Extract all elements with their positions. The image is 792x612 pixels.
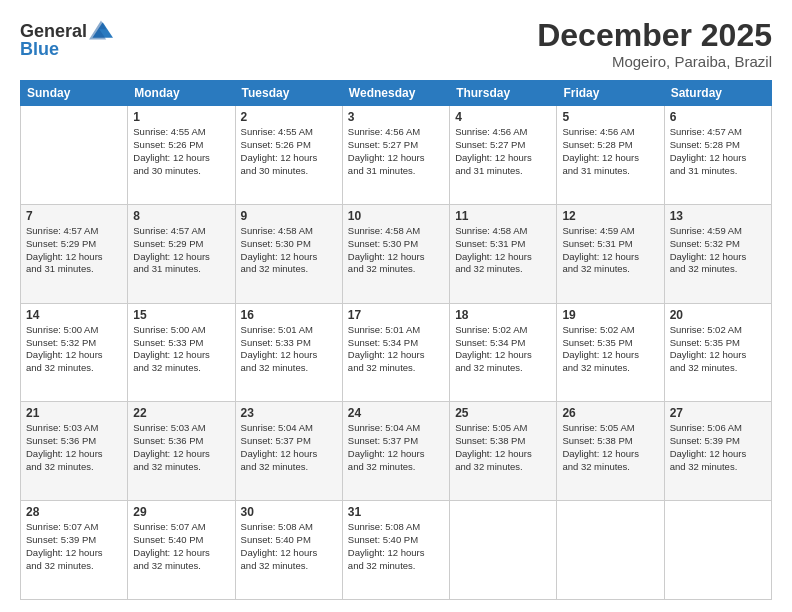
day-cell <box>450 501 557 600</box>
col-monday: Monday <box>128 81 235 106</box>
day-cell: 19Sunrise: 5:02 AMSunset: 5:35 PMDayligh… <box>557 303 664 402</box>
week-row-5: 28Sunrise: 5:07 AMSunset: 5:39 PMDayligh… <box>21 501 772 600</box>
day-number: 11 <box>455 209 551 223</box>
page: General Blue December 2025 Mogeiro, Para… <box>0 0 792 612</box>
day-info: Sunrise: 5:08 AMSunset: 5:40 PMDaylight:… <box>241 521 337 572</box>
day-info: Sunrise: 4:57 AMSunset: 5:28 PMDaylight:… <box>670 126 766 177</box>
calendar-table: Sunday Monday Tuesday Wednesday Thursday… <box>20 80 772 600</box>
day-number: 27 <box>670 406 766 420</box>
day-info: Sunrise: 5:03 AMSunset: 5:36 PMDaylight:… <box>26 422 122 473</box>
day-info: Sunrise: 5:05 AMSunset: 5:38 PMDaylight:… <box>562 422 658 473</box>
col-tuesday: Tuesday <box>235 81 342 106</box>
day-number: 31 <box>348 505 444 519</box>
day-cell: 16Sunrise: 5:01 AMSunset: 5:33 PMDayligh… <box>235 303 342 402</box>
day-cell: 7Sunrise: 4:57 AMSunset: 5:29 PMDaylight… <box>21 204 128 303</box>
day-info: Sunrise: 4:55 AMSunset: 5:26 PMDaylight:… <box>133 126 229 177</box>
day-number: 20 <box>670 308 766 322</box>
header-row: Sunday Monday Tuesday Wednesday Thursday… <box>21 81 772 106</box>
day-info: Sunrise: 5:01 AMSunset: 5:34 PMDaylight:… <box>348 324 444 375</box>
day-number: 22 <box>133 406 229 420</box>
day-number: 10 <box>348 209 444 223</box>
col-wednesday: Wednesday <box>342 81 449 106</box>
day-cell: 2Sunrise: 4:55 AMSunset: 5:26 PMDaylight… <box>235 106 342 205</box>
day-number: 28 <box>26 505 122 519</box>
day-cell: 1Sunrise: 4:55 AMSunset: 5:26 PMDaylight… <box>128 106 235 205</box>
day-info: Sunrise: 5:00 AMSunset: 5:32 PMDaylight:… <box>26 324 122 375</box>
day-info: Sunrise: 5:03 AMSunset: 5:36 PMDaylight:… <box>133 422 229 473</box>
day-cell: 21Sunrise: 5:03 AMSunset: 5:36 PMDayligh… <box>21 402 128 501</box>
day-cell: 5Sunrise: 4:56 AMSunset: 5:28 PMDaylight… <box>557 106 664 205</box>
week-row-4: 21Sunrise: 5:03 AMSunset: 5:36 PMDayligh… <box>21 402 772 501</box>
day-cell: 25Sunrise: 5:05 AMSunset: 5:38 PMDayligh… <box>450 402 557 501</box>
day-info: Sunrise: 4:59 AMSunset: 5:31 PMDaylight:… <box>562 225 658 276</box>
day-info: Sunrise: 5:07 AMSunset: 5:39 PMDaylight:… <box>26 521 122 572</box>
day-info: Sunrise: 4:55 AMSunset: 5:26 PMDaylight:… <box>241 126 337 177</box>
col-saturday: Saturday <box>664 81 771 106</box>
header: General Blue December 2025 Mogeiro, Para… <box>20 18 772 70</box>
day-cell: 20Sunrise: 5:02 AMSunset: 5:35 PMDayligh… <box>664 303 771 402</box>
day-cell: 17Sunrise: 5:01 AMSunset: 5:34 PMDayligh… <box>342 303 449 402</box>
week-row-1: 1Sunrise: 4:55 AMSunset: 5:26 PMDaylight… <box>21 106 772 205</box>
day-info: Sunrise: 5:05 AMSunset: 5:38 PMDaylight:… <box>455 422 551 473</box>
day-number: 13 <box>670 209 766 223</box>
day-cell: 14Sunrise: 5:00 AMSunset: 5:32 PMDayligh… <box>21 303 128 402</box>
day-info: Sunrise: 4:57 AMSunset: 5:29 PMDaylight:… <box>133 225 229 276</box>
day-number: 1 <box>133 110 229 124</box>
day-cell: 3Sunrise: 4:56 AMSunset: 5:27 PMDaylight… <box>342 106 449 205</box>
day-cell: 13Sunrise: 4:59 AMSunset: 5:32 PMDayligh… <box>664 204 771 303</box>
day-number: 3 <box>348 110 444 124</box>
day-cell: 6Sunrise: 4:57 AMSunset: 5:28 PMDaylight… <box>664 106 771 205</box>
day-info: Sunrise: 5:02 AMSunset: 5:34 PMDaylight:… <box>455 324 551 375</box>
day-cell: 27Sunrise: 5:06 AMSunset: 5:39 PMDayligh… <box>664 402 771 501</box>
day-number: 29 <box>133 505 229 519</box>
day-info: Sunrise: 5:04 AMSunset: 5:37 PMDaylight:… <box>348 422 444 473</box>
day-info: Sunrise: 4:56 AMSunset: 5:27 PMDaylight:… <box>348 126 444 177</box>
week-row-2: 7Sunrise: 4:57 AMSunset: 5:29 PMDaylight… <box>21 204 772 303</box>
day-number: 26 <box>562 406 658 420</box>
day-number: 23 <box>241 406 337 420</box>
day-info: Sunrise: 5:01 AMSunset: 5:33 PMDaylight:… <box>241 324 337 375</box>
col-friday: Friday <box>557 81 664 106</box>
day-info: Sunrise: 5:00 AMSunset: 5:33 PMDaylight:… <box>133 324 229 375</box>
day-info: Sunrise: 5:06 AMSunset: 5:39 PMDaylight:… <box>670 422 766 473</box>
day-info: Sunrise: 4:56 AMSunset: 5:27 PMDaylight:… <box>455 126 551 177</box>
calendar-subtitle: Mogeiro, Paraiba, Brazil <box>537 53 772 70</box>
day-cell <box>664 501 771 600</box>
day-info: Sunrise: 4:56 AMSunset: 5:28 PMDaylight:… <box>562 126 658 177</box>
day-cell: 4Sunrise: 4:56 AMSunset: 5:27 PMDaylight… <box>450 106 557 205</box>
day-number: 15 <box>133 308 229 322</box>
day-number: 18 <box>455 308 551 322</box>
day-info: Sunrise: 5:08 AMSunset: 5:40 PMDaylight:… <box>348 521 444 572</box>
day-cell: 31Sunrise: 5:08 AMSunset: 5:40 PMDayligh… <box>342 501 449 600</box>
day-cell: 24Sunrise: 5:04 AMSunset: 5:37 PMDayligh… <box>342 402 449 501</box>
day-info: Sunrise: 5:02 AMSunset: 5:35 PMDaylight:… <box>562 324 658 375</box>
day-number: 21 <box>26 406 122 420</box>
logo-icon <box>89 20 113 40</box>
logo-text-blue: Blue <box>20 40 59 60</box>
day-info: Sunrise: 4:58 AMSunset: 5:30 PMDaylight:… <box>348 225 444 276</box>
day-number: 19 <box>562 308 658 322</box>
day-cell: 18Sunrise: 5:02 AMSunset: 5:34 PMDayligh… <box>450 303 557 402</box>
day-number: 5 <box>562 110 658 124</box>
day-number: 9 <box>241 209 337 223</box>
day-number: 2 <box>241 110 337 124</box>
day-cell: 12Sunrise: 4:59 AMSunset: 5:31 PMDayligh… <box>557 204 664 303</box>
day-cell: 29Sunrise: 5:07 AMSunset: 5:40 PMDayligh… <box>128 501 235 600</box>
title-block: December 2025 Mogeiro, Paraiba, Brazil <box>537 18 772 70</box>
col-sunday: Sunday <box>21 81 128 106</box>
day-cell <box>21 106 128 205</box>
day-cell: 26Sunrise: 5:05 AMSunset: 5:38 PMDayligh… <box>557 402 664 501</box>
calendar-title: December 2025 <box>537 18 772 53</box>
day-cell: 28Sunrise: 5:07 AMSunset: 5:39 PMDayligh… <box>21 501 128 600</box>
day-number: 6 <box>670 110 766 124</box>
day-number: 25 <box>455 406 551 420</box>
day-cell: 22Sunrise: 5:03 AMSunset: 5:36 PMDayligh… <box>128 402 235 501</box>
day-info: Sunrise: 4:58 AMSunset: 5:30 PMDaylight:… <box>241 225 337 276</box>
day-cell: 8Sunrise: 4:57 AMSunset: 5:29 PMDaylight… <box>128 204 235 303</box>
logo: General Blue <box>20 22 113 60</box>
day-cell: 30Sunrise: 5:08 AMSunset: 5:40 PMDayligh… <box>235 501 342 600</box>
day-number: 14 <box>26 308 122 322</box>
day-cell: 10Sunrise: 4:58 AMSunset: 5:30 PMDayligh… <box>342 204 449 303</box>
day-number: 24 <box>348 406 444 420</box>
day-info: Sunrise: 5:02 AMSunset: 5:35 PMDaylight:… <box>670 324 766 375</box>
